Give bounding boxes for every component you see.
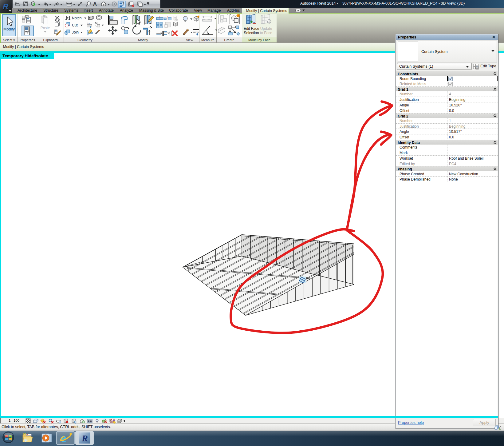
- svg-text:to Face: to Face: [260, 31, 272, 35]
- svg-text:Modify: Modify: [3, 27, 15, 31]
- svg-text:Selection: Selection: [244, 31, 259, 35]
- svg-text:Update: Update: [260, 26, 272, 31]
- svg-text:Join: Join: [72, 30, 79, 34]
- svg-text:A: A: [93, 1, 97, 7]
- svg-text:Edit Face: Edit Face: [244, 26, 259, 31]
- svg-text:1: 1: [89, 2, 90, 5]
- svg-text:Cut: Cut: [72, 23, 78, 27]
- svg-text:R: R: [81, 433, 88, 443]
- svg-text:Paste: Paste: [41, 26, 50, 30]
- svg-text:Notch: Notch: [72, 16, 81, 20]
